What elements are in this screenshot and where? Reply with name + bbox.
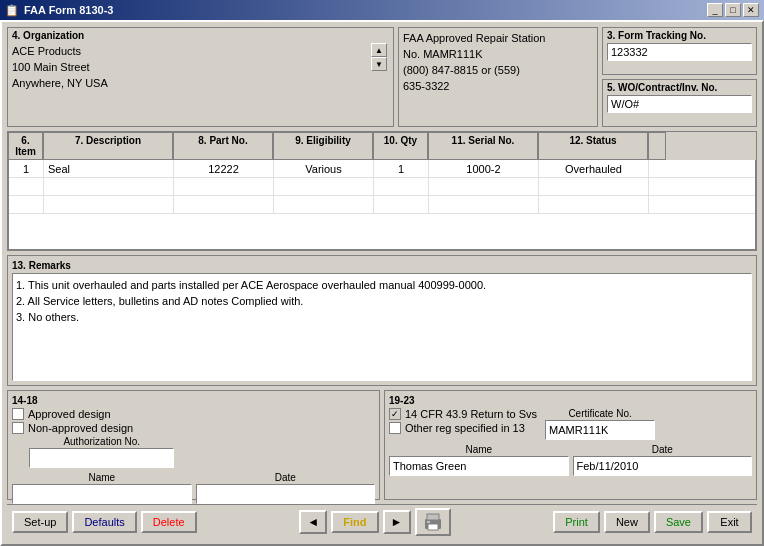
minimize-button[interactable]: _ [707, 3, 723, 17]
maximize-button[interactable]: □ [725, 3, 741, 17]
empty-cell [9, 178, 44, 195]
table-row-empty-2 [9, 196, 755, 214]
name-label-1418: Name [12, 472, 192, 483]
form-tracking-value: 123332 [607, 43, 752, 61]
bottom-section: 14-18 Approved design Non-approved desig… [7, 390, 757, 500]
date-field-1923: Date [573, 444, 753, 476]
name-input-1923[interactable] [389, 456, 569, 476]
print-button[interactable]: Print [553, 511, 600, 533]
footer-bar: Set-up Defaults Delete ◄ Find ► Print Ne… [7, 504, 757, 539]
printer-icon[interactable] [415, 508, 451, 536]
table-body[interactable]: 1 Seal 12222 Various 1 1000-2 Overhauled [8, 160, 756, 250]
faa-line4: 635-3322 [403, 78, 593, 94]
col-description: 7. Description [43, 132, 173, 160]
main-window: 4. Organization ACE Products 100 Main St… [0, 20, 764, 546]
empty-cell [174, 178, 274, 195]
org-label: 4. Organization [12, 30, 389, 41]
save-button[interactable]: Save [654, 511, 703, 533]
empty-cell [429, 178, 539, 195]
empty-cell [274, 196, 374, 213]
exit-button[interactable]: Exit [707, 511, 752, 533]
name-input-1418[interactable] [12, 484, 192, 504]
form-tracking-label: 3. Form Tracking No. [607, 30, 752, 41]
table-header: 6. Item 7. Description 8. Part No. 9. El… [8, 132, 756, 160]
remarks-line3: 3. No others. [16, 309, 748, 325]
prev-button[interactable]: ◄ [299, 510, 327, 534]
window-title: FAA Form 8130-3 [24, 4, 113, 16]
org-text: ACE Products 100 Main Street Anywhere, N… [12, 43, 369, 91]
faa-line2: No. MAMR111K [403, 46, 593, 62]
org-line3: Anywhere, NY USA [12, 75, 369, 91]
col-item: 6. Item [8, 132, 43, 160]
approved-design-row: Approved design [12, 408, 375, 420]
org-scroll: ▲ ▼ [371, 43, 389, 91]
cfr-checkbox[interactable]: ✓ [389, 408, 401, 420]
table-row-empty-1 [9, 178, 755, 196]
name-field-1923: Name [389, 444, 569, 476]
non-approved-design-row: Non-approved design [12, 422, 375, 434]
scroll-up-button[interactable]: ▲ [371, 43, 387, 57]
faa-line1: FAA Approved Repair Station [403, 30, 593, 46]
row1-description: Seal [44, 160, 174, 177]
section-1923: 19-23 ✓ 14 CFR 43.9 Return to Svs Other … [384, 390, 757, 500]
title-bar: 📋 FAA Form 8130-3 _ □ ✕ [0, 0, 764, 20]
cfr-label: 14 CFR 43.9 Return to Svs [405, 408, 537, 420]
org-line2: 100 Main Street [12, 59, 369, 75]
col-scroll [648, 132, 666, 160]
other-reg-checkbox[interactable] [389, 422, 401, 434]
col-eligibility: 9. Eligibility [273, 132, 373, 160]
remarks-section: 13. Remarks 1. This unit overhauled and … [7, 255, 757, 386]
approved-design-checkbox[interactable] [12, 408, 24, 420]
footer-center: ◄ Find ► [299, 508, 450, 536]
row1-eligibility: Various [274, 160, 374, 177]
top-section: 4. Organization ACE Products 100 Main St… [7, 27, 757, 127]
wo-value: W/O# [607, 95, 752, 113]
setup-button[interactable]: Set-up [12, 511, 68, 533]
cert-col: Certificate No. [545, 408, 655, 440]
auth-label: Authorization No. [63, 436, 140, 447]
row1-partno: 12222 [174, 160, 274, 177]
name-label-1923: Name [389, 444, 569, 455]
row1-qty: 1 [374, 160, 429, 177]
scroll-down-button[interactable]: ▼ [371, 57, 387, 71]
new-button[interactable]: New [604, 511, 650, 533]
footer-left: Set-up Defaults Delete [12, 511, 197, 533]
col-status: 12. Status [538, 132, 648, 160]
next-nav-button[interactable]: ► [383, 510, 411, 534]
delete-button[interactable]: Delete [141, 511, 197, 533]
empty-cell [374, 178, 429, 195]
non-approved-design-label: Non-approved design [28, 422, 133, 434]
approved-design-label: Approved design [28, 408, 111, 420]
empty-cell [539, 178, 649, 195]
svg-rect-3 [427, 521, 430, 523]
other-reg-label: Other reg specified in 13 [405, 422, 525, 434]
auth-field: Authorization No. [12, 436, 192, 468]
close-button[interactable]: ✕ [743, 3, 759, 17]
footer-right: Print New Save Exit [553, 511, 752, 533]
empty-cell [44, 196, 174, 213]
row1-item: 1 [9, 160, 44, 177]
remarks-line1: 1. This unit overhauled and parts instal… [16, 277, 748, 293]
cert-input[interactable] [545, 420, 655, 440]
svg-rect-1 [427, 514, 439, 520]
empty-cell [539, 196, 649, 213]
date-field-1418: Date [196, 472, 376, 504]
cfr-row: ✓ 14 CFR 43.9 Return to Svs [389, 408, 537, 420]
empty-cell [174, 196, 274, 213]
date-label-1923: Date [573, 444, 753, 455]
other-reg-row: Other reg specified in 13 [389, 422, 537, 434]
row1-serial: 1000-2 [429, 160, 539, 177]
date-input-1923[interactable] [573, 456, 753, 476]
empty-cell [44, 178, 174, 195]
remarks-line2: 2. All Service letters, bulletins and AD… [16, 293, 748, 309]
auth-input[interactable] [29, 448, 174, 468]
wo-label: 5. WO/Contract/Inv. No. [607, 82, 752, 93]
defaults-button[interactable]: Defaults [72, 511, 136, 533]
non-approved-design-checkbox[interactable] [12, 422, 24, 434]
remarks-content[interactable]: 1. This unit overhauled and parts instal… [12, 273, 752, 381]
org-line1: ACE Products [12, 43, 369, 59]
section-1418: 14-18 Approved design Non-approved desig… [7, 390, 380, 500]
find-button[interactable]: Find [331, 511, 378, 533]
date-input-1418[interactable] [196, 484, 376, 504]
empty-cell [274, 178, 374, 195]
